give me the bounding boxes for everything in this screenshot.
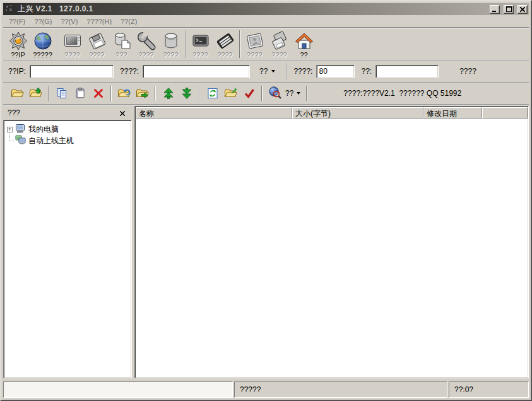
tree-item-label: 自动上线主机 [28,136,74,146]
toolbar-button-label: ???? [138,51,153,59]
column-header-extra[interactable] [482,107,528,119]
btn-copy[interactable] [52,85,71,102]
my-computer-icon [15,124,26,136]
progress-bar [3,381,233,398]
mode-dropdown[interactable]: ?? [255,64,280,78]
toolbar-button-label: ??IP [11,51,25,59]
search-label: ?? [285,89,293,98]
port-label: ????: [293,67,312,76]
monitor-icon [62,30,83,51]
status-bar: ????? ??:0? [3,380,529,398]
btn-check[interactable] [240,85,258,102]
sidebar-close-button[interactable] [117,108,127,118]
btn-upload[interactable] [159,85,177,102]
btn-folder-refresh[interactable] [115,85,133,102]
titlebar: 上兴 V2.1 127.0.0.1 [3,3,529,15]
btn-home[interactable]: ?? [292,30,316,59]
file-list-header: 名称 大小(字节) 修改日期 [136,107,528,119]
separator [286,63,287,79]
connect-button[interactable]: ???? [455,64,481,78]
ip-input[interactable] [30,65,114,78]
tree-connector [7,135,13,146]
home-icon [294,30,314,51]
menu-manage[interactable]: ??(G) [31,16,57,26]
btn-folder-up[interactable] [27,85,45,102]
column-header-modified[interactable]: 修改日期 [423,107,482,119]
registration-text: ????:????V2.1 ?????? QQ 51992 [343,89,461,98]
check-icon [243,87,256,100]
window-title: 上兴 V2.1 127.0.0.1 [18,4,93,15]
file-list-panel: 名称 大小(字节) 修改日期 [134,106,529,378]
toolbar-button-label: ???? [247,51,262,59]
toolbar-button-label: ???? [89,51,104,59]
port-input[interactable] [316,65,355,78]
toolbar-separator [306,86,307,101]
btn-folder-go[interactable] [133,85,151,102]
keyboard-icon [215,30,235,51]
btn-terminal[interactable]: ???? [188,30,213,59]
domain-input[interactable] [143,65,250,78]
menu-about[interactable]: ??(Z) [117,16,143,26]
menu-help[interactable]: ????(H) [83,16,117,26]
toolbar-separator [261,86,263,101]
toolbar-separator [57,30,58,58]
minimize-icon [492,7,497,12]
floppy-icon [87,30,107,51]
toolbar-button-label: ???? [192,51,208,59]
btn-delete[interactable] [89,85,107,102]
menu-file[interactable]: ??(F) [6,16,31,26]
menu-view[interactable]: ??(V) [57,16,83,26]
disks-icon [269,30,290,51]
btn-folder-open[interactable] [8,85,27,102]
folder-export-icon [224,87,237,100]
toolbar-separator [155,86,156,101]
btn-photo[interactable]: ???? [242,30,267,59]
network-host-icon [15,135,26,147]
maximize-button[interactable] [504,5,514,14]
main-area: ??? + 我的电脑 自动上线主机 名称 大小(字节) [3,104,529,380]
search-dropdown[interactable]: ?? [266,84,303,102]
upload-icon [162,87,175,100]
btn-paste[interactable] [71,85,89,102]
btn-archive[interactable]: ??? [109,30,134,59]
app-window: 上兴 V2.1 127.0.0.1 ??(F) ??(G) ??(V) ????… [0,0,532,401]
folder-go-icon [136,87,149,100]
btn-folder-export[interactable] [222,85,240,102]
minimize-button[interactable] [490,5,500,14]
close-button[interactable] [517,5,528,14]
toolbar-separator [110,86,112,101]
btn-monitor[interactable]: ???? [60,30,85,59]
toolbar-button-label: ?? [300,51,307,59]
tree-item-label: 我的电脑 [28,124,59,135]
file-list-body[interactable] [136,119,528,377]
status-message: ????? [234,381,447,398]
app-icon [4,4,14,15]
btn-floppy[interactable]: ???? [85,30,109,59]
btn-disks[interactable]: ???? [267,30,292,59]
btn-keyboard[interactable]: ???? [213,30,237,59]
paste-icon [74,87,86,100]
photo-icon [245,30,265,51]
toolbar-button-label: ???? [64,51,80,59]
column-header-size[interactable]: 大小(字节) [292,107,423,119]
btn-download[interactable] [177,85,196,102]
column-header-name[interactable]: 名称 [136,107,292,119]
globe-icon [33,30,53,51]
menubar: ??(F) ??(G) ??(V) ????(H) ??(Z) [3,15,529,27]
password-input[interactable] [375,65,439,78]
folder-open-icon [11,87,24,100]
btn-gear-ip[interactable]: ??IP [6,30,30,59]
btn-wrench[interactable]: ???? [134,30,158,59]
tree-item-my-computer[interactable]: + 我的电脑 [5,124,130,135]
tree-item-auto-online-hosts[interactable]: 自动上线主机 [5,135,130,146]
chevron-down-icon [271,70,275,73]
btn-globe[interactable]: ????? [30,30,55,59]
sidebar-title: ??? [8,108,20,117]
maximize-icon [506,6,512,12]
host-tree: + 我的电脑 自动上线主机 [3,120,132,378]
gear-ip-icon [8,30,28,51]
btn-refresh-page[interactable] [203,85,222,102]
btn-database[interactable]: ???? [158,30,183,59]
search-globe-icon [268,86,282,101]
wrench-icon [136,30,157,51]
